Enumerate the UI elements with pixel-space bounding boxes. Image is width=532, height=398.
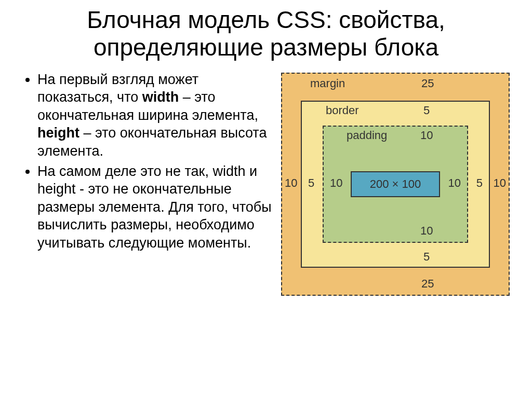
border-top-value: 5 bbox=[423, 104, 430, 117]
content-size-label: 200 × 100 bbox=[370, 177, 421, 191]
margin-top-value: 25 bbox=[421, 77, 434, 90]
bullet-list: На первый взгляд может показаться, что w… bbox=[21, 71, 275, 252]
margin-label: margin bbox=[310, 77, 345, 90]
slide-title: Блочная модель CSS: свойства, определяющ… bbox=[21, 6, 511, 61]
b2-part-a: На самом деле это не так, bbox=[37, 163, 212, 179]
box-model-diagram: 200 × 100 margin border padding 25 25 10… bbox=[281, 73, 510, 296]
bullet-1: На первый взгляд может показаться, что w… bbox=[37, 71, 275, 160]
bullet-2: На самом деле это не так, width и height… bbox=[37, 162, 275, 252]
b1-width: width bbox=[142, 89, 179, 105]
margin-right-value: 10 bbox=[494, 176, 506, 190]
text-column: На первый взгляд может показаться, что w… bbox=[21, 71, 275, 254]
content-box: 200 × 100 bbox=[351, 171, 440, 197]
padding-bottom-value: 10 bbox=[420, 224, 433, 238]
border-label: border bbox=[326, 104, 359, 117]
content-row: На первый взгляд может показаться, что w… bbox=[21, 71, 511, 296]
b1-height: height bbox=[37, 125, 79, 141]
margin-bottom-value: 25 bbox=[421, 277, 434, 291]
padding-label: padding bbox=[347, 129, 387, 142]
b2-part-b: и bbox=[245, 163, 257, 179]
border-bottom-value: 5 bbox=[423, 250, 430, 264]
border-right-value: 5 bbox=[476, 176, 483, 190]
slide: Блочная модель CSS: свойства, определяющ… bbox=[0, 0, 532, 398]
b2-width: width bbox=[212, 163, 245, 179]
b2-height: height bbox=[37, 181, 76, 197]
margin-left-value: 10 bbox=[285, 176, 297, 190]
border-left-value: 5 bbox=[308, 176, 314, 190]
padding-top-value: 10 bbox=[420, 129, 433, 142]
padding-right-value: 10 bbox=[448, 176, 461, 190]
diagram-column: 200 × 100 margin border padding 25 25 10… bbox=[280, 71, 511, 296]
padding-left-value: 10 bbox=[330, 176, 342, 190]
